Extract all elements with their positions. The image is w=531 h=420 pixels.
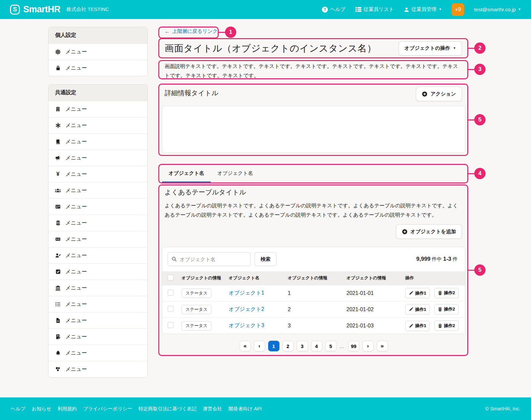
pagination-page-4[interactable]: 4: [311, 341, 322, 351]
sidebar-item-menu[interactable]: メニュー: [48, 101, 147, 117]
pagination-page-3[interactable]: 3: [297, 341, 308, 351]
sidebar-item-label: メニュー: [65, 220, 87, 227]
search-input[interactable]: [180, 256, 247, 262]
row-checkbox[interactable]: [168, 290, 174, 296]
table-section: よくあるテーブルタイトル よくあるテーブルの説明テキストです。よくあるテーブルの…: [162, 185, 465, 351]
sidebar-item-menu[interactable]: メニュー: [48, 247, 147, 263]
nav-employee-list[interactable]: 従業員リスト: [355, 6, 394, 13]
pagination: « ‹ 1 2 3 4 5 … 99 › »: [162, 341, 465, 351]
pagination-prev-button[interactable]: ‹: [254, 341, 265, 351]
chevron-down-icon: ▼: [518, 8, 521, 11]
select-all-checkbox[interactable]: [168, 275, 174, 281]
edit-button[interactable]: 操作1: [405, 321, 430, 331]
sidebar-item-menu[interactable]: ¥ メニュー: [48, 166, 147, 182]
status-badge: ステータス: [182, 305, 211, 314]
edit-button-label: 操作1: [415, 323, 426, 329]
column-header: オブジェクトの情報: [182, 271, 229, 285]
edit-button[interactable]: 操作1: [405, 288, 430, 298]
sidebar-item-label: メニュー: [65, 236, 87, 243]
sidebar-item-label: メニュー: [65, 171, 87, 178]
back-link[interactable]: ← 上階層に戻るリンク: [165, 28, 218, 35]
sidebar-item-menu[interactable]: メニュー: [48, 133, 147, 150]
pagination-page-99[interactable]: 99: [348, 341, 359, 351]
footer-link[interactable]: プライバシーポリシー: [83, 406, 132, 412]
lock-icon: [55, 65, 61, 71]
page-title-row: 画面タイトル（オブジェクトのインスタンス名） オブジェクトの操作 ▼: [162, 39, 465, 57]
object-link[interactable]: オブジェクト1: [229, 290, 264, 296]
delete-button[interactable]: 操作2: [434, 320, 459, 331]
sidebar-item-menu[interactable]: メニュー: [48, 198, 147, 215]
sidebar-item-label: メニュー: [65, 366, 87, 373]
nav-help[interactable]: ? ヘルプ: [322, 6, 345, 13]
user-icon: [404, 7, 409, 12]
list-grid-icon: [355, 7, 361, 12]
status-badge: ステータス: [182, 321, 211, 330]
delete-button-label: 操作2: [444, 290, 455, 296]
plus-circle-icon: [422, 91, 427, 97]
nav-employee-admin[interactable]: 従業員管理 ▼: [404, 6, 442, 13]
edit-button[interactable]: 操作1: [405, 304, 430, 315]
pagination-next-button[interactable]: ›: [362, 341, 374, 351]
sidebar-item-menu[interactable]: メニュー: [48, 117, 147, 133]
sidebar-item-menu[interactable]: メニュー: [48, 60, 147, 76]
sidebar-item-label: メニュー: [65, 203, 87, 210]
pagination-page-1[interactable]: 1: [268, 341, 279, 351]
annotation-connector-5a: [468, 119, 475, 120]
sidebar-item-menu[interactable]: メニュー: [48, 263, 147, 280]
tab-bar: オブジェクト名 オブジェクト名: [162, 165, 465, 183]
row-checkbox[interactable]: [168, 322, 174, 328]
tab-object-1[interactable]: オブジェクト名: [162, 165, 211, 182]
pagination-last-button[interactable]: »: [377, 341, 388, 351]
sidebar-item-menu[interactable]: メニュー: [48, 361, 147, 377]
nav-account-menu[interactable]: test@smarthr.co.jp ▼: [474, 7, 521, 12]
sidebar-item-menu[interactable]: メニュー: [48, 43, 147, 60]
footer-link[interactable]: お知らせ: [32, 406, 51, 412]
pagination-first-button[interactable]: «: [240, 341, 251, 351]
tab-object-2[interactable]: オブジェクト名: [211, 165, 260, 182]
column-header: オブジェクトの情報: [346, 271, 405, 285]
column-header: オブジェクトの情報: [288, 271, 346, 285]
search-icon: [172, 256, 177, 262]
table-section-title: よくあるテーブルタイトル: [162, 185, 465, 197]
search-button[interactable]: 検索: [255, 252, 276, 266]
footer-link[interactable]: 特定商取引法に基づく表記: [138, 406, 196, 412]
sidebar-item-label: メニュー: [65, 138, 87, 145]
delete-button[interactable]: 操作2: [434, 304, 459, 315]
pagination-page-2[interactable]: 2: [282, 341, 294, 351]
pagination-page-5[interactable]: 5: [325, 341, 337, 351]
footer-link[interactable]: 運営会社: [203, 406, 222, 412]
sidebar-item-menu[interactable]: メニュー: [48, 312, 147, 328]
chevron-down-icon: ▼: [453, 47, 456, 50]
result-count: 9,999 件中 1-3 件: [416, 256, 460, 262]
pagination-ellipsis: …: [340, 343, 345, 349]
object-actions-dropdown-button[interactable]: オブジェクトの操作 ▼: [399, 41, 462, 56]
check-square-icon: [55, 269, 61, 274]
notification-count-badge[interactable]: +9: [452, 3, 464, 16]
annotation-callout-5b: 5: [474, 264, 486, 276]
pencil-icon: [409, 291, 413, 295]
footer-link[interactable]: 開発者向け API: [228, 406, 262, 412]
sidebar-item-menu[interactable]: メニュー: [48, 182, 147, 198]
delete-button[interactable]: 操作2: [434, 288, 459, 298]
sidebar-item-menu[interactable]: メニュー: [48, 296, 147, 312]
footer-link[interactable]: ヘルプ: [11, 406, 26, 412]
action-button[interactable]: アクション: [416, 87, 462, 101]
footer-link[interactable]: 利用規約: [58, 406, 77, 412]
sidebar-item-label: メニュー: [65, 268, 87, 275]
sidebar-item-menu[interactable]: メニュー: [48, 280, 147, 296]
object-link[interactable]: オブジェクト3: [229, 322, 264, 328]
sidebar-item-menu[interactable]: メニュー: [48, 328, 147, 345]
brand-logo[interactable]: S SmartHR: [10, 4, 60, 15]
object-link[interactable]: オブジェクト2: [229, 306, 264, 312]
sidebar-item-menu[interactable]: メニュー: [48, 345, 147, 361]
user-check-icon: [55, 253, 61, 258]
sidebar-item-menu[interactable]: メニュー: [48, 231, 147, 247]
row-checkbox[interactable]: [168, 306, 174, 312]
add-object-button[interactable]: オブジェクトを追加: [396, 224, 462, 239]
sidebar-item-menu[interactable]: メニュー: [48, 215, 147, 231]
edit-button-label: 操作1: [415, 307, 426, 313]
status-badge: ステータス: [182, 289, 211, 298]
money-check-icon: [55, 237, 61, 242]
sidebar-item-menu[interactable]: メニュー: [48, 150, 147, 166]
gear-icon: [55, 49, 61, 55]
